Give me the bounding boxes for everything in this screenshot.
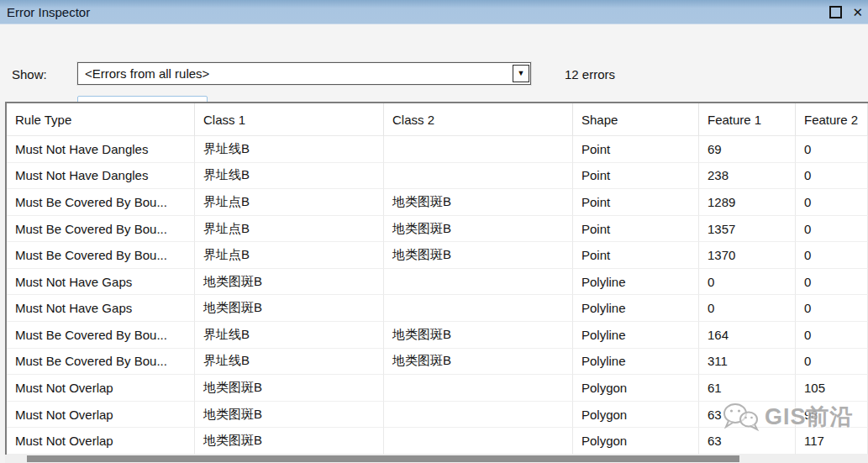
cell-feature-2: 0 — [796, 349, 868, 376]
cell-class-1: 界址线B — [195, 322, 384, 349]
cell-feature-2: 0 — [796, 189, 868, 216]
cell-class-1: 界址点B — [195, 189, 384, 216]
cell-class-2 — [384, 136, 573, 163]
cell-class-2 — [384, 295, 573, 322]
cell-rule-type: Must Be Covered By Bou... — [7, 349, 195, 376]
cell-feature-1: 61 — [699, 375, 796, 402]
cell-shape: Point — [573, 242, 699, 269]
cell-class-2 — [384, 402, 573, 429]
chevron-down-icon: ▼ — [518, 70, 525, 77]
cell-feature-1: 63 — [699, 428, 796, 455]
error-inspector-window: Error Inspector ✕ Show: <Errors from all… — [0, 0, 868, 463]
cell-shape: Point — [573, 189, 699, 216]
column-header-shape[interactable]: Shape — [573, 103, 699, 136]
error-table: Rule Type Class 1 Class 2 Shape Feature … — [5, 102, 868, 455]
table-row[interactable]: Must Be Covered By Bou... 界址点B 地类图斑B Poi… — [7, 216, 868, 243]
cell-feature-1: 0 — [699, 269, 796, 296]
cell-class-1: 界址线B — [195, 163, 384, 190]
cell-feature-1: 0 — [699, 295, 796, 322]
cell-shape: Polyline — [573, 269, 699, 296]
table-row[interactable]: Must Not Have Dangles 界址线B Point 69 0 — [7, 136, 868, 163]
cell-feature-1: 1370 — [699, 242, 796, 269]
column-header-class-1[interactable]: Class 1 — [195, 103, 384, 136]
maximize-icon[interactable] — [829, 6, 842, 18]
cell-feature-1: 63 — [699, 402, 796, 429]
column-header-feature-2[interactable]: Feature 2 — [796, 103, 868, 136]
cell-shape: Polygon — [573, 402, 699, 429]
cell-rule-type: Must Not Overlap — [7, 402, 195, 429]
rule-filter-value: <Errors from all rules> — [78, 66, 513, 81]
cell-rule-type: Must Be Covered By Bou... — [7, 242, 195, 269]
cell-feature-2: 117 — [796, 428, 868, 455]
table-row[interactable]: Must Be Covered By Bou... 界址点B 地类图斑B Poi… — [7, 242, 868, 269]
cell-feature-2: 98 — [796, 402, 868, 429]
column-header-rule-type[interactable]: Rule Type — [7, 103, 195, 136]
cell-feature-1: 69 — [699, 136, 796, 163]
scrollbar-thumb[interactable] — [27, 455, 739, 462]
table-row[interactable]: Must Not Overlap 地类图斑B Polygon 63 98 — [7, 402, 868, 429]
cell-class-2 — [384, 375, 573, 402]
cell-class-1: 地类图斑B — [195, 402, 384, 429]
cell-feature-2: 0 — [796, 242, 868, 269]
close-icon[interactable]: ✕ — [852, 6, 863, 18]
cell-shape: Polygon — [573, 428, 699, 455]
cell-feature-2: 0 — [796, 163, 868, 190]
cell-class-1: 界址线B — [195, 136, 384, 163]
table-row[interactable]: Must Not Have Gaps 地类图斑B Polyline 0 0 — [7, 269, 868, 296]
cell-class-1: 地类图斑B — [195, 428, 384, 455]
table-body: Must Not Have Dangles 界址线B Point 69 0 Mu… — [7, 136, 868, 455]
table-row[interactable]: Must Be Covered By Bou... 界址点B 地类图斑B Poi… — [7, 189, 868, 216]
column-header-feature-1[interactable]: Feature 1 — [699, 103, 796, 136]
window-buttons: ✕ — [829, 0, 863, 24]
cell-class-1: 界址点B — [195, 242, 384, 269]
cell-class-2: 地类图斑B — [384, 349, 573, 376]
cell-shape: Point — [573, 216, 699, 243]
error-count-label: 12 errors — [565, 67, 615, 82]
cell-feature-1: 164 — [699, 322, 796, 349]
cell-class-1: 界址点B — [195, 216, 384, 243]
table-header-row: Rule Type Class 1 Class 2 Shape Feature … — [7, 103, 868, 136]
table-row[interactable]: Must Not Have Dangles 界址线B Point 238 0 — [7, 163, 868, 190]
cell-feature-1: 1357 — [699, 216, 796, 243]
cell-feature-1: 311 — [699, 349, 796, 376]
cell-rule-type: Must Not Have Gaps — [7, 269, 195, 296]
horizontal-scrollbar[interactable] — [5, 455, 868, 463]
cell-rule-type: Must Be Covered By Bou... — [7, 322, 195, 349]
cell-rule-type: Must Be Covered By Bou... — [7, 216, 195, 243]
cell-feature-1: 238 — [699, 163, 796, 190]
dropdown-button[interactable]: ▼ — [513, 65, 529, 82]
cell-class-2: 地类图斑B — [384, 189, 573, 216]
cell-class-1: 界址线B — [195, 349, 384, 376]
table-row[interactable]: Must Not Overlap 地类图斑B Polygon 61 105 — [7, 375, 868, 402]
table-row[interactable]: Must Be Covered By Bou... 界址线B 地类图斑B Pol… — [7, 322, 868, 349]
titlebar[interactable]: Error Inspector ✕ — [0, 0, 868, 24]
window-title: Error Inspector — [0, 5, 90, 19]
cell-feature-2: 0 — [796, 322, 868, 349]
cell-class-2: 地类图斑B — [384, 216, 573, 243]
cell-shape: Point — [573, 136, 699, 163]
cell-feature-1: 1289 — [699, 189, 796, 216]
cell-class-2: 地类图斑B — [384, 242, 573, 269]
cell-rule-type: Must Not Have Dangles — [7, 136, 195, 163]
cell-rule-type: Must Not Have Dangles — [7, 163, 195, 190]
cell-feature-2: 0 — [796, 269, 868, 296]
cell-feature-2: 105 — [796, 375, 868, 402]
cell-class-2: 地类图斑B — [384, 322, 573, 349]
rule-filter-dropdown[interactable]: <Errors from all rules> ▼ — [77, 62, 531, 85]
column-header-class-2[interactable]: Class 2 — [384, 103, 573, 136]
cell-class-2 — [384, 428, 573, 455]
cell-class-1: 地类图斑B — [195, 375, 384, 402]
cell-class-1: 地类图斑B — [195, 269, 384, 296]
cell-rule-type: Must Not Overlap — [7, 375, 195, 402]
table-row[interactable]: Must Not Have Gaps 地类图斑B Polyline 0 0 — [7, 295, 868, 322]
table-row[interactable]: Must Not Overlap 地类图斑B Polygon 63 117 — [7, 428, 868, 455]
table-row[interactable]: Must Be Covered By Bou... 界址线B 地类图斑B Pol… — [7, 349, 868, 376]
cell-class-1: 地类图斑B — [195, 295, 384, 322]
cell-shape: Polygon — [573, 375, 699, 402]
cell-feature-2: 0 — [796, 295, 868, 322]
cell-shape: Point — [573, 163, 699, 190]
cell-shape: Polyline — [573, 295, 699, 322]
cell-class-2 — [384, 269, 573, 296]
cell-feature-2: 0 — [796, 216, 868, 243]
cell-rule-type: Must Be Covered By Bou... — [7, 189, 195, 216]
